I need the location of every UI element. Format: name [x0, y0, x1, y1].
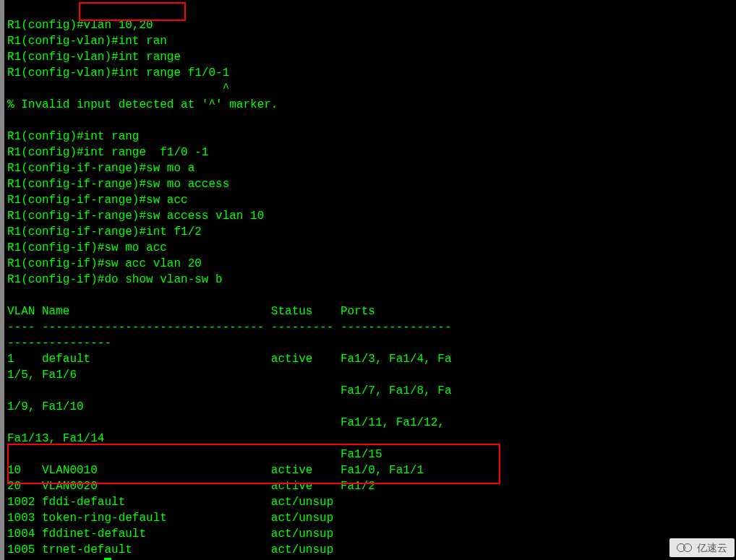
watermark-logo-icon: [677, 543, 693, 552]
output-line: ^: [7, 82, 229, 95]
output-line: R1(config-vlan)#int range f1/0-1: [7, 66, 229, 79]
table-row: 1/9, Fa1/10: [7, 400, 84, 413]
table-divider: ---- -------------------------------- --…: [7, 321, 452, 334]
output-line: R1(config-vlan)#int ran: [7, 35, 167, 48]
output-line: R1(config)#int range f1/0 -1: [7, 146, 208, 159]
output-line: R1(config-if)#do show vlan-sw b: [7, 273, 223, 286]
table-row: 1004 fddinet-default act/unsup: [7, 527, 333, 540]
table-header: VLAN Name Status Ports: [7, 305, 375, 318]
table-row: 1002 fddi-default act/unsup: [7, 496, 333, 509]
table-row: Fa1/15: [7, 448, 382, 461]
output-line: R1(config-if-range)#sw acc: [7, 194, 188, 207]
output-line: R1(config)#vlan 10,20: [7, 19, 153, 32]
watermark-text: 亿速云: [697, 540, 727, 556]
output-line: R1(config-if-range)#sw mo a: [7, 162, 194, 175]
output-line: R1(config-if-range)#sw mo access: [7, 178, 229, 191]
table-row: 1005 trnet-default act/unsup: [7, 543, 333, 556]
table-row: 1/5, Fa1/6: [7, 369, 77, 382]
output-line: R1(config-if-range)#int f1/2: [7, 225, 202, 238]
output-line: R1(config-if)#sw acc vlan 20: [7, 257, 202, 270]
table-row: 1003 token-ring-default act/unsup: [7, 512, 333, 525]
output-line: R1(config-vlan)#int range: [7, 51, 181, 64]
table-row: 20 VLAN0020 active Fa1/2: [7, 480, 375, 493]
output-line: % Invalid input detected at '^' marker.: [7, 98, 278, 111]
table-row: Fa1/7, Fa1/8, Fa: [7, 384, 452, 397]
table-divider: ---------------: [7, 337, 111, 350]
watermark: 亿速云: [669, 538, 735, 557]
table-row: Fa1/13, Fa1/14: [7, 432, 104, 445]
output-line: R1(config-if-range)#sw access vlan 10: [7, 210, 264, 223]
output-line: R1(config-if)#sw mo acc: [7, 241, 167, 254]
output-line: R1(config)#int rang: [7, 130, 139, 143]
table-row: 1 default active Fa1/3, Fa1/4, Fa: [7, 353, 452, 366]
terminal-output[interactable]: R1(config)#vlan 10,20 R1(config-vlan)#in…: [4, 0, 736, 560]
table-row: 10 VLAN0010 active Fa1/0, Fa1/1: [7, 464, 424, 477]
table-row: Fa1/11, Fa1/12,: [7, 416, 445, 429]
